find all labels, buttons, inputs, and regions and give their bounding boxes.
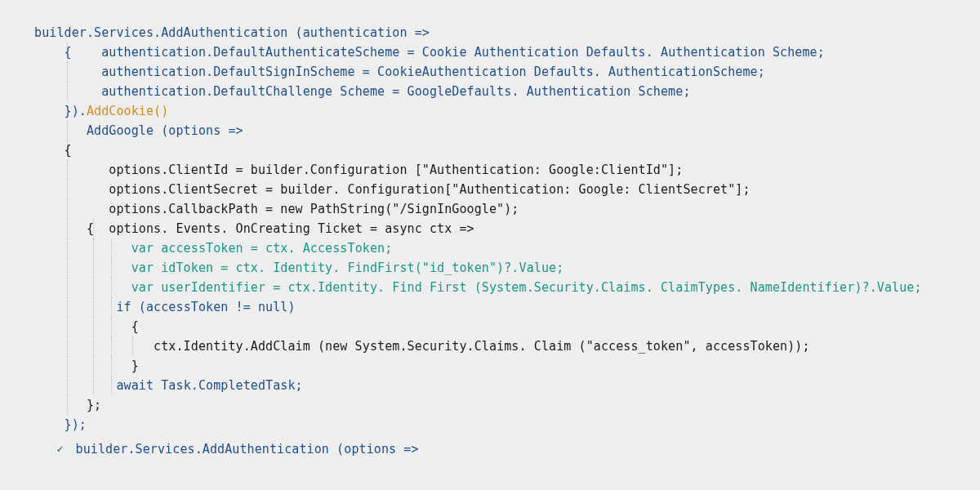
code-line: var accessToken = ctx. AccessToken; (34, 241, 392, 256)
code-line: options.CallbackPath = new PathString("/… (34, 202, 519, 216)
code-line: await Task.CompletedTask; (34, 378, 303, 393)
code-line: { options. Events. OnCreating Ticket = a… (34, 221, 474, 236)
code-line: } (34, 359, 139, 373)
code-line: if (accessToken != null) (34, 300, 296, 314)
code-line: AddGoogle (options => (34, 123, 243, 138)
code-line: authentication.DefaultSignInScheme = Coo… (34, 65, 765, 79)
suggestion-line[interactable]: ✓ builder.Services.AddAuthentication (op… (34, 442, 419, 457)
code-block: builder.Services.AddAuthentication (auth… (34, 23, 980, 459)
code-line: builder.Services.AddAuthentication (auth… (34, 25, 430, 40)
code-line: options.ClientSecret = builder. Configur… (34, 182, 751, 197)
code-line: }; (34, 398, 101, 412)
code-line: options.ClientId = builder.Configuration… (34, 163, 683, 177)
check-icon: ✓ (56, 439, 68, 459)
code-line: ctx.Identity.AddClaim (new System.Securi… (34, 339, 810, 354)
code-line: { (34, 319, 139, 334)
code-line: }); (34, 417, 87, 432)
code-line: authentication.DefaultChallenge Scheme =… (34, 84, 691, 99)
code-line: var idToken = ctx. Identity. FindFirst("… (34, 261, 564, 275)
code-line: var userIdentifier = ctx.Identity. Find … (34, 280, 922, 295)
code-line: { (34, 143, 72, 158)
code-line: { authentication.DefaultAuthenticateSche… (34, 45, 825, 60)
code-line: }).AddCookie() (34, 104, 168, 118)
